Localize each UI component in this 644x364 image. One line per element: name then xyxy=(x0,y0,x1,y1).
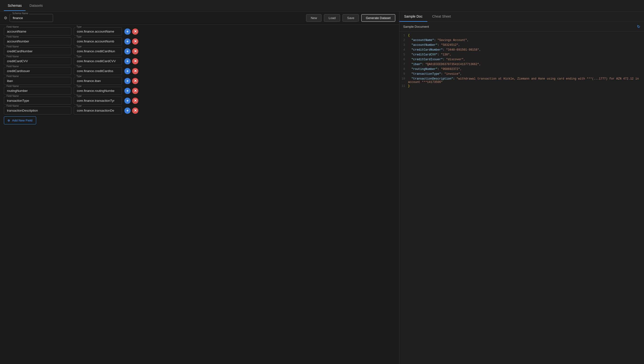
type-input[interactable] xyxy=(74,67,122,75)
type-input[interactable] xyxy=(74,97,122,104)
field-name-input[interactable] xyxy=(4,87,71,95)
field-name-input[interactable] xyxy=(4,47,71,55)
line-content: } xyxy=(408,84,644,89)
field-name-group: Field Name xyxy=(4,28,71,36)
type-label: Type xyxy=(76,26,82,28)
type-label: Type xyxy=(76,55,82,58)
tab-datasets[interactable]: Datasets xyxy=(26,1,46,11)
add-row-button[interactable]: + xyxy=(124,28,131,35)
code-line: 10 "transactionDescription": "withdrawal… xyxy=(399,77,644,84)
remove-row-button[interactable]: ✕ xyxy=(132,38,138,44)
field-name-group: Field Name xyxy=(4,67,71,75)
remove-row-button[interactable]: ✕ xyxy=(132,98,138,104)
add-row-button[interactable]: + xyxy=(124,68,131,74)
field-name-label: Field Name xyxy=(6,65,20,68)
add-new-field-button[interactable]: ⊕ Add New Field xyxy=(4,116,36,124)
field-row: Field Name Type + ✕ xyxy=(4,57,395,65)
field-name-label: Field Name xyxy=(6,26,20,28)
field-name-input[interactable] xyxy=(4,28,71,36)
type-label: Type xyxy=(76,85,82,88)
field-name-group: Field Name xyxy=(4,57,71,65)
save-button[interactable]: Save xyxy=(342,14,359,22)
new-button[interactable]: New xyxy=(306,14,322,22)
field-name-input[interactable] xyxy=(4,57,71,65)
line-number: 3 xyxy=(399,44,408,48)
refresh-icon[interactable]: ↻ xyxy=(637,24,640,29)
field-name-input[interactable] xyxy=(4,97,71,104)
add-row-button[interactable]: + xyxy=(124,88,131,94)
add-row-button[interactable]: + xyxy=(124,38,131,44)
type-group: Type xyxy=(74,67,122,75)
code-area: 1{2 "accountName": "Savings Account",3 "… xyxy=(399,32,644,364)
type-input[interactable] xyxy=(74,77,122,85)
row-actions: + ✕ xyxy=(124,88,138,94)
field-name-label: Field Name xyxy=(6,75,20,78)
line-content: "routingNumber": "968692372", xyxy=(408,68,644,72)
row-actions: + ✕ xyxy=(124,98,138,104)
tab-cheat-sheet[interactable]: Cheat Sheet xyxy=(427,12,456,22)
field-row: Field Name Type + ✕ xyxy=(4,77,395,85)
schema-name-group: Schema Name xyxy=(10,14,53,22)
schema-name-input[interactable] xyxy=(10,14,53,22)
type-input[interactable] xyxy=(74,47,122,55)
line-content: "accountName": "Savings Account", xyxy=(408,38,644,43)
field-row: Field Name Type + ✕ xyxy=(4,87,395,95)
type-group: Type xyxy=(74,57,122,65)
line-number: 7 xyxy=(399,63,408,67)
row-actions: + ✕ xyxy=(124,38,138,44)
add-row-button[interactable]: + xyxy=(124,58,131,64)
type-group: Type xyxy=(74,77,122,85)
type-input[interactable] xyxy=(74,37,122,45)
remove-row-button[interactable]: ✕ xyxy=(132,28,138,35)
type-input[interactable] xyxy=(74,87,122,95)
sample-doc-title: Sample Document xyxy=(403,25,429,28)
filter-icon[interactable]: ⚙ xyxy=(4,16,7,20)
line-number: 4 xyxy=(399,48,408,52)
generate-dataset-button[interactable]: Generate Dataset xyxy=(361,14,395,22)
field-row: Field Name Type + ✕ xyxy=(4,67,395,75)
remove-row-button[interactable]: ✕ xyxy=(132,88,138,94)
type-label: Type xyxy=(76,95,82,98)
line-content: "accountNumber": "58324512", xyxy=(408,44,644,48)
field-name-input[interactable] xyxy=(4,37,71,45)
type-label: Type xyxy=(76,75,82,78)
add-row-button[interactable]: + xyxy=(124,108,131,114)
code-line: 4 "creditCardNumber": "3440-691501-98158… xyxy=(399,48,644,53)
remove-row-button[interactable]: ✕ xyxy=(132,68,138,74)
row-actions: + ✕ xyxy=(124,28,138,35)
add-row-button[interactable]: + xyxy=(124,78,131,84)
type-input[interactable] xyxy=(74,106,122,114)
line-number: 10 xyxy=(399,77,408,84)
line-content: "creditCardCVV": "130", xyxy=(408,53,644,57)
type-label: Type xyxy=(76,65,82,68)
field-name-input[interactable] xyxy=(4,106,71,114)
field-row: Field Name Type + ✕ xyxy=(4,47,395,55)
field-row: Field Name Type + ✕ xyxy=(4,37,395,45)
field-name-label: Field Name xyxy=(6,104,20,107)
remove-row-button[interactable]: ✕ xyxy=(132,58,138,64)
sample-doc-header: Sample Document ↻ xyxy=(399,22,644,32)
field-name-input[interactable] xyxy=(4,77,71,85)
type-group: Type xyxy=(74,97,122,104)
add-row-button[interactable]: + xyxy=(124,98,131,104)
add-row-button[interactable]: + xyxy=(124,48,131,54)
load-button[interactable]: Load xyxy=(324,14,340,22)
field-name-input[interactable] xyxy=(4,67,71,75)
tab-schemas[interactable]: Schemas xyxy=(4,1,26,11)
type-group: Type xyxy=(74,47,122,55)
remove-row-button[interactable]: ✕ xyxy=(132,78,138,84)
field-name-group: Field Name xyxy=(4,37,71,45)
field-row: Field Name Type + ✕ xyxy=(4,106,395,114)
remove-row-button[interactable]: ✕ xyxy=(132,48,138,54)
tab-sample-doc[interactable]: Sample Doc xyxy=(399,12,427,22)
type-input[interactable] xyxy=(74,28,122,36)
row-actions: + ✕ xyxy=(124,78,138,84)
type-group: Type xyxy=(74,37,122,45)
remove-row-button[interactable]: ✕ xyxy=(132,108,138,114)
type-group: Type xyxy=(74,87,122,95)
code-line: 9 "transactionType": "invoice", xyxy=(399,72,644,77)
field-name-label: Field Name xyxy=(6,95,20,98)
field-name-group: Field Name xyxy=(4,97,71,104)
line-content: "creditCardNumber": "3440-691501-98158", xyxy=(408,48,644,52)
type-input[interactable] xyxy=(74,57,122,65)
